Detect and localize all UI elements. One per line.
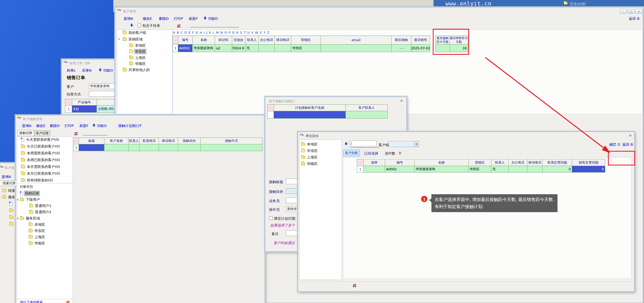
- cell-days-since-contact[interactable]: [435, 44, 450, 52]
- col-office-phone[interactable]: 办公电话: [508, 159, 527, 166]
- cell-contact[interactable]: 无: [245, 44, 259, 52]
- col-code[interactable]: 编号: [178, 36, 193, 44]
- prev-order-button[interactable]: 前单L: [67, 68, 76, 73]
- cell-name[interactable]: 华东捷波装饰: [192, 44, 215, 52]
- search-arrow-icon[interactable]: [345, 142, 348, 145]
- expander-icon[interactable]: ∨: [118, 37, 120, 40]
- customer-group-select[interactable]: ▼: [389, 141, 419, 147]
- cell-name[interactable]: 华东捷波装饰: [414, 166, 469, 173]
- back-button[interactable]: 返回 B: [622, 142, 633, 147]
- include-sub-checkbox[interactable]: [137, 24, 141, 27]
- col-plan-customer[interactable]: 计划接触的客户名称: [274, 104, 346, 111]
- cell-office-phone[interactable]: [258, 44, 275, 52]
- tree-item-shanghai[interactable]: 上海区: [301, 155, 318, 160]
- customer-field[interactable]: 华东捷波装饰: [89, 83, 118, 89]
- search-swap-icon[interactable]: ⇄: [353, 283, 356, 287]
- cell-mobile[interactable]: [527, 166, 543, 173]
- cell-last-contact[interactable]: - -: [391, 44, 411, 52]
- limit-date-checkbox[interactable]: [269, 216, 273, 220]
- tree-item-service[interactable]: 服务: [2, 194, 16, 200]
- tree-menu-arrow-icon[interactable]: [130, 24, 133, 27]
- col-mnemonic[interactable]: 助记码: [215, 36, 232, 44]
- cell-region[interactable]: 华东区: [468, 166, 491, 173]
- table-row[interactable]: 1 A0002 华东捷波装饰 a2 70024.9 无 华东区 - - 2025…: [173, 44, 430, 52]
- expander-icon[interactable]: ∨: [17, 198, 19, 201]
- expander-icon[interactable]: ∨: [0, 195, 1, 198]
- cell-code[interactable]: A0002: [178, 44, 193, 52]
- cell-last-sale[interactable]: 2025-07-02: [411, 44, 430, 52]
- search-swap-icon[interactable]: ⇄: [74, 131, 78, 135]
- tree-item-marketing-region[interactable]: 营销区域: [123, 37, 143, 42]
- col-last-sale[interactable]: 最后销售: [411, 36, 430, 44]
- tree-item-week-done[interactable]: 本周已联系的客户(0): [21, 157, 60, 163]
- refresh-button[interactable]: 刷新F: [189, 16, 198, 21]
- col-contact[interactable]: 联系人: [245, 36, 259, 44]
- delete-button[interactable]: 删除D: [50, 123, 60, 128]
- table-row[interactable]: 1: [73, 144, 262, 151]
- cell-method[interactable]: [200, 144, 262, 151]
- tree-item-east-china[interactable]: 华东区: [29, 228, 46, 234]
- func-menu-button[interactable]: 功能O: [208, 16, 218, 21]
- tree-item-shanghai[interactable]: 上海区: [129, 55, 146, 60]
- tab-customer-records[interactable]: 客户记录: [34, 130, 50, 136]
- col-sale-alert[interactable]: 销售告警间隔: [572, 159, 605, 166]
- edit-button[interactable]: 修改E: [36, 123, 45, 128]
- table-row[interactable]: 1 A0002 华东捷波装饰 华东区 无 0 0: [357, 166, 605, 173]
- func-menu-button[interactable]: 功能O: [103, 68, 113, 73]
- col-region[interactable]: 营销区: [291, 36, 321, 44]
- tree-item-local[interactable]: 本地区: [29, 222, 46, 227]
- search-swap-icon[interactable]: ⇄: [177, 24, 181, 27]
- cell-region[interactable]: 华东区: [291, 44, 321, 52]
- print-button[interactable]: 打印P: [174, 16, 183, 21]
- cell-sale-alert[interactable]: 0: [572, 166, 605, 173]
- col-mobile[interactable]: 移动电话: [274, 36, 291, 44]
- cell-office-phone[interactable]: [508, 166, 527, 173]
- cell-contact-alert[interactable]: 0: [542, 166, 572, 173]
- col-receivable[interactable]: 应收款: [232, 36, 245, 44]
- tree-item-south-china[interactable]: 华南区: [129, 61, 146, 66]
- col-region[interactable]: 营销区: [468, 159, 491, 166]
- col-select[interactable]: 选择: [363, 159, 385, 166]
- col-days-since-sale[interactable]: 最后销售距今天数: [450, 36, 468, 44]
- tree-item-my-records[interactable]: 我的记录: [20, 191, 40, 196]
- col-purpose[interactable]: 接触目的: [178, 138, 201, 144]
- tree-item-leads[interactable]: 线索: [2, 188, 16, 193]
- col-mark[interactable]: -: [173, 36, 178, 44]
- cell-email[interactable]: [321, 44, 392, 52]
- close-button[interactable]: ×: [635, 9, 642, 14]
- tree-item-child[interactable]: [9, 215, 13, 220]
- tree-item-user1[interactable]: 普通用户1: [29, 203, 52, 209]
- col-mobile[interactable]: 移动电话: [159, 138, 178, 144]
- tree-item-today-todo[interactable]: 今天需联系的客户(0): [21, 137, 60, 142]
- close-icon[interactable]: ×: [629, 133, 632, 138]
- search-input[interactable]: [190, 23, 239, 27]
- cell-plan-customer[interactable]: [274, 111, 346, 119]
- ok-button[interactable]: 确定 O: [609, 142, 620, 147]
- payment-field[interactable]: [89, 91, 118, 97]
- tab-selected[interactable]: 已经选择: [364, 151, 378, 156]
- col-last-contact[interactable]: 最后接触: [391, 36, 411, 44]
- cell-select[interactable]: [363, 166, 385, 173]
- tree-item-child[interactable]: [9, 201, 12, 206]
- print-button[interactable]: 打印P: [65, 123, 74, 128]
- expander-icon[interactable]: ∨: [17, 217, 19, 220]
- cell-customer[interactable]: [104, 144, 129, 151]
- table-row[interactable]: [267, 111, 388, 119]
- minimize-button[interactable]: —: [620, 9, 627, 14]
- back-button[interactable]: 返回 B: [629, 16, 639, 21]
- combo-arrow-icon[interactable]: ▼: [414, 142, 418, 146]
- delete-button[interactable]: 删除D: [159, 16, 169, 21]
- tree-item-all-pending[interactable]: 所有待联系的(0): [21, 178, 53, 183]
- tree-item-shared[interactable]: 共享给他人的: [123, 67, 150, 73]
- maximize-button[interactable]: □: [628, 9, 635, 14]
- search-input[interactable]: [83, 131, 107, 135]
- site-url[interactable]: www.onlyit.cn: [446, 0, 492, 7]
- tree-item-today-done[interactable]: 今天已联系的客户(0): [21, 144, 60, 149]
- col-mobile[interactable]: 移动电话: [527, 159, 543, 166]
- col-name[interactable]: 名称: [192, 36, 215, 44]
- col-code[interactable]: 编号: [385, 159, 415, 166]
- cell-contact[interactable]: 无: [491, 166, 509, 173]
- col-mark[interactable]: -: [357, 159, 364, 166]
- qq-group-link[interactable]: 交流QQ群: [570, 2, 586, 7]
- cell-contact[interactable]: [128, 144, 140, 151]
